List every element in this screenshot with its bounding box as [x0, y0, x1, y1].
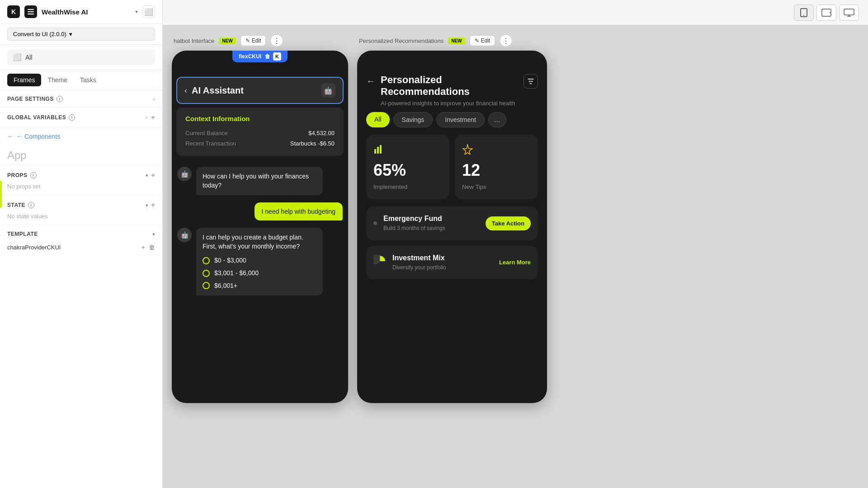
bot-greeting-message: 🤖 How can I help you with your finances …	[177, 167, 343, 195]
no-state-text: No state values	[7, 213, 155, 220]
investment-mix-card: Investment Mix Diversify your portfolio …	[366, 246, 538, 280]
app-icon	[24, 5, 37, 18]
app-dropdown-icon[interactable]: ▾	[135, 9, 138, 15]
template-title: TEMPLATE	[7, 231, 38, 237]
flex-badge-container: flexCKUI 🗑 K	[172, 51, 348, 62]
radio-label-2: $3,001 - $6,000	[214, 269, 259, 278]
frame1-more-button[interactable]: ⋮	[270, 34, 283, 47]
frame1-header: hatbot Interface NEW ✎ Edit ⋮	[172, 34, 348, 47]
rec-header-left: ← Personalized Recommendations AI-powere…	[366, 74, 515, 107]
rec-back-button[interactable]: ←	[366, 76, 375, 86]
radio-label-3: $6,001+	[214, 282, 237, 291]
global-variables-info-icon: i	[69, 114, 75, 121]
search-area: ⬜	[0, 45, 162, 70]
sidebar-tabs: Frames Theme Tasks	[0, 70, 162, 90]
badge-actions: 🗑 K	[265, 52, 281, 61]
badge-trash-icon[interactable]: 🗑	[265, 53, 270, 60]
svg-rect-6	[377, 147, 379, 154]
tab-tasks[interactable]: Tasks	[74, 74, 103, 86]
search-box: ⬜	[7, 49, 155, 65]
flex-badge: flexCKUI 🗑 K	[232, 51, 288, 62]
bot-avatar-2: 🤖	[177, 228, 192, 242]
radio-option-2[interactable]: $3,001 - $6,000	[203, 269, 316, 278]
page-settings-header[interactable]: PAGE SETTINGS i ›	[7, 96, 155, 102]
tablet-view-button[interactable]	[816, 5, 836, 21]
canvas-area: hatbot Interface NEW ✎ Edit ⋮ flexCKUI 🗑	[163, 25, 868, 488]
view-toggle-group	[794, 5, 859, 21]
bot-greeting-bubble: How can I help you with your finances to…	[196, 167, 323, 195]
state-add-icon[interactable]: +	[151, 201, 155, 209]
global-variables-chevron: ›	[146, 115, 147, 120]
edit-pencil-icon: ✎	[245, 38, 250, 44]
frame1-edit-button[interactable]: ✎ Edit	[241, 35, 266, 46]
tab-frames[interactable]: Frames	[7, 74, 41, 86]
state-title: STATE i	[7, 202, 34, 208]
filter-tab-investment[interactable]: Investment	[436, 112, 484, 127]
frame2-header: Personalized Recommendations NEW ✎ Edit …	[357, 34, 547, 47]
frame2-more-button[interactable]: ⋮	[500, 34, 512, 47]
rec-title-block: Personalized Recommendations AI-powered …	[381, 74, 515, 107]
no-props-text: No props set	[7, 183, 155, 190]
emergency-fund-card: Emergency Fund Build 3 months of savings…	[366, 206, 538, 240]
props-add-icon[interactable]: +	[151, 171, 155, 179]
template-header: TEMPLATE ▾	[7, 231, 155, 237]
convert-label: Convert to UI (2.0.0)	[13, 31, 66, 38]
context-title: Context Information	[185, 115, 335, 122]
stat-card-tips: 12 New Tips	[455, 135, 538, 199]
star-icon	[462, 144, 531, 157]
global-variables-title: GLOBAL VARIABLES i	[7, 114, 75, 121]
filter-icon[interactable]	[524, 74, 538, 89]
transaction-value: Starbucks -$6.50	[290, 140, 335, 147]
investment-content: Investment Mix Diversify your portfolio	[392, 254, 493, 272]
filter-tab-savings[interactable]: Savings	[393, 112, 433, 127]
bot-response-bubble: I can help you create a budget plan. Fir…	[196, 228, 323, 296]
sidebar-header: K WealthWise AI ▾ ⬜	[0, 0, 162, 24]
global-variables-add-icon[interactable]: +	[151, 113, 155, 122]
emergency-content: Emergency Fund Build 3 months of savings	[383, 215, 479, 232]
pie-chart-icon	[373, 255, 386, 270]
filter-tab-more[interactable]: …	[488, 112, 506, 127]
balance-value: $4,532.00	[308, 130, 335, 136]
frame2-edit-button[interactable]: ✎ Edit	[470, 35, 495, 46]
frame-recommendations-panel: Personalized Recommendations NEW ✎ Edit …	[357, 34, 547, 479]
components-back-button[interactable]: ← ← Components	[0, 127, 162, 145]
desktop-view-button[interactable]	[839, 5, 859, 21]
ai-header: ‹ 🤖	[176, 77, 344, 104]
global-variables-header[interactable]: GLOBAL VARIABLES i › +	[7, 113, 155, 122]
rec-header: ← Personalized Recommendations AI-powere…	[357, 65, 547, 112]
ai-robot-icon: 🤖	[321, 83, 335, 98]
template-delete-icon[interactable]: 🗑	[149, 244, 155, 251]
investment-desc: Diversify your portfolio	[392, 264, 493, 272]
page-settings-chevron: ›	[153, 96, 155, 102]
mobile-view-button[interactable]	[794, 5, 814, 21]
template-add-icon[interactable]: +	[142, 244, 145, 251]
svg-rect-4	[844, 9, 854, 15]
page-settings-title: PAGE SETTINGS i	[7, 96, 63, 102]
state-dropdown-icon[interactable]: ▾	[146, 202, 148, 208]
sidebar-toggle[interactable]: ⬜	[142, 5, 155, 18]
emergency-action-button[interactable]: Take Action	[486, 216, 531, 230]
rec-title-line2: Recommendations	[381, 86, 470, 97]
investment-learn-more-button[interactable]: Learn More	[499, 259, 531, 266]
frame-chatbot-panel: hatbot Interface NEW ✎ Edit ⋮ flexCKUI 🗑	[172, 34, 348, 479]
props-section: PROPS i ▾ + No props set	[0, 165, 162, 195]
svg-rect-7	[380, 145, 382, 154]
tab-theme[interactable]: Theme	[41, 74, 74, 86]
filter-tab-all[interactable]: All	[366, 112, 390, 127]
ai-back-button[interactable]: ‹	[184, 86, 187, 95]
bot-response-message: 🤖 I can help you create a budget plan. F…	[177, 228, 343, 296]
radio-option-3[interactable]: $6,001+	[203, 282, 316, 291]
stats-row: 65% Implemented 12 New Tips	[357, 135, 547, 206]
template-dropdown-icon[interactable]: ▾	[152, 231, 155, 237]
convert-to-ui-button[interactable]: Convert to UI (2.0.0) ▾	[7, 28, 155, 41]
state-header: STATE i ▾ +	[7, 201, 155, 209]
components-back-label: ← Components	[16, 133, 60, 140]
k-logo: K	[7, 5, 20, 18]
tips-value: 12	[462, 161, 531, 180]
ai-title-input[interactable]	[192, 85, 316, 96]
transaction-label: Recent Transaction	[185, 140, 236, 147]
props-dropdown-icon[interactable]: ▾	[146, 173, 148, 178]
template-section: TEMPLATE ▾ chakraProviderCKUI + 🗑	[0, 225, 162, 259]
radio-option-1[interactable]: $0 - $3,000	[203, 256, 316, 265]
search-input[interactable]	[25, 54, 150, 61]
